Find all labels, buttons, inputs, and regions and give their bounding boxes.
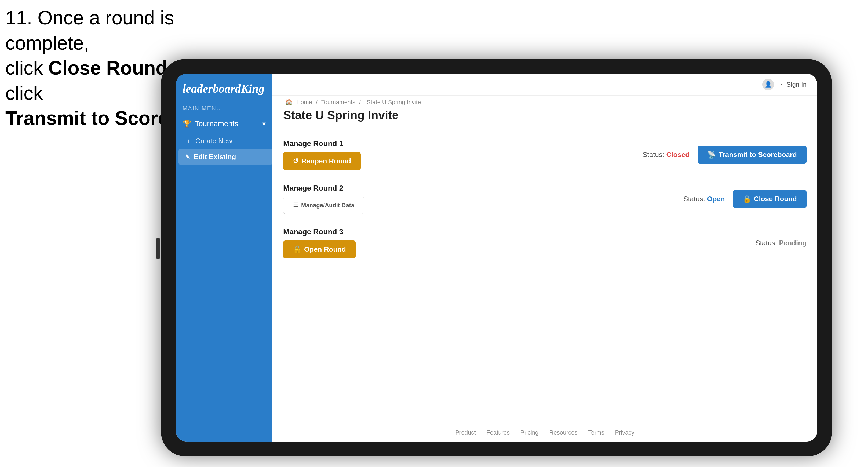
footer-product[interactable]: Product <box>455 429 475 436</box>
trophy-icon: 🏆 <box>183 120 191 128</box>
breadcrumb-current: State U Spring Invite <box>367 99 421 105</box>
home-icon: 🏠 <box>285 99 292 105</box>
top-nav: 👤 → Sign In <box>272 74 817 96</box>
create-new-label: Create New <box>195 137 232 145</box>
tablet-screen: leaderboardKing MAIN MENU 🏆 Tournaments <box>176 74 817 441</box>
breadcrumb-tournaments[interactable]: Tournaments <box>321 99 355 105</box>
round-2-left: Manage Round 2 ☰ Manage/Audit Data <box>283 184 364 214</box>
breadcrumb-home[interactable]: Home <box>296 99 312 105</box>
footer-terms[interactable]: Terms <box>588 429 604 436</box>
logo-text-king: King <box>241 82 265 95</box>
round-2-status-label: Status: Open <box>683 195 725 203</box>
round-3-section: Manage Round 3 🔓 Open Round Status: Pend… <box>283 221 807 266</box>
footer-features[interactable]: Features <box>486 429 510 436</box>
round-1-right: Status: Closed 📡 Transmit to Scoreboard <box>643 146 807 164</box>
transmit-label: Transmit to Scoreboard <box>718 151 797 159</box>
transmit-icon: 📡 <box>707 151 716 159</box>
sidebar-menu: 🏆 Tournaments ＋ Create New ✎ Edit Existi… <box>176 115 272 441</box>
sidebar-sub-items: ＋ Create New ✎ Edit Existing <box>176 133 272 165</box>
sidebar: leaderboardKing MAIN MENU 🏆 Tournaments <box>176 74 272 441</box>
refresh-icon: ↺ <box>293 157 299 165</box>
plus-icon: ＋ <box>185 136 192 145</box>
open-round-button[interactable]: 🔓 Open Round <box>283 241 355 258</box>
round-1-title: Manage Round 1 <box>283 139 361 148</box>
round-2-right: Status: Open 🔒 Close Round <box>683 190 807 208</box>
footer-links: Product Features Pricing Resources Terms… <box>272 424 817 441</box>
round-1-status-label: Status: Closed <box>643 151 689 159</box>
round-2-title: Manage Round 2 <box>283 184 364 192</box>
main-menu-label: MAIN MENU <box>176 101 272 115</box>
round-3-right: Status: Pending <box>755 239 807 247</box>
document-icon: ☰ <box>293 202 299 209</box>
user-avatar-icon: 👤 <box>765 81 772 88</box>
round-1-section: Manage Round 1 ↺ Reopen Round Status: Cl… <box>283 132 807 177</box>
sign-in-label: Sign In <box>786 81 807 88</box>
lock-icon: 🔒 <box>743 195 751 203</box>
footer-privacy[interactable]: Privacy <box>615 429 634 436</box>
edit-icon: ✎ <box>185 154 190 160</box>
instruction-bold1: Close Round <box>48 57 167 79</box>
tournaments-left: 🏆 Tournaments <box>183 119 238 128</box>
tablet-frame: leaderboardKing MAIN MENU 🏆 Tournaments <box>161 59 832 456</box>
main-content: 👤 → Sign In 🏠 Home / Tournaments / State… <box>272 74 817 441</box>
round-1-left: Manage Round 1 ↺ Reopen Round <box>283 139 361 170</box>
breadcrumb-sep2: / <box>359 99 361 105</box>
instruction-line1: 11. Once a round is complete, <box>5 7 174 54</box>
tournaments-label: Tournaments <box>195 119 238 128</box>
round-1-status-value: Closed <box>666 151 689 159</box>
reopen-round-button[interactable]: ↺ Reopen Round <box>283 152 361 170</box>
round-3-status-value: Pending <box>779 239 807 247</box>
sidebar-create-new[interactable]: ＋ Create New <box>179 133 272 149</box>
sign-in-arrow-icon: → <box>777 81 783 88</box>
manage-audit-data-button[interactable]: ☰ Manage/Audit Data <box>283 197 364 214</box>
instruction-line2: click <box>5 57 48 79</box>
reopen-round-label: Reopen Round <box>302 157 351 165</box>
round-2-status-value: Open <box>707 195 725 203</box>
sign-in-area[interactable]: 👤 → Sign In <box>762 79 807 90</box>
app-container: leaderboardKing MAIN MENU 🏆 Tournaments <box>176 74 817 441</box>
sidebar-item-tournaments[interactable]: 🏆 Tournaments <box>176 115 272 133</box>
close-round-label: Close Round <box>754 195 797 203</box>
sidebar-edit-existing[interactable]: ✎ Edit Existing <box>179 149 272 165</box>
breadcrumb-sep1: / <box>316 99 317 105</box>
content-area: Manage Round 1 ↺ Reopen Round Status: Cl… <box>272 127 817 424</box>
manage-audit-label: Manage/Audit Data <box>301 202 354 209</box>
tablet-side-button <box>156 238 160 259</box>
footer-resources[interactable]: Resources <box>549 429 577 436</box>
logo-area: leaderboardKing <box>176 74 272 101</box>
round-3-left: Manage Round 3 🔓 Open Round <box>283 227 355 258</box>
page-title: State U Spring Invite <box>283 108 807 122</box>
app-logo: leaderboardKing <box>183 82 266 96</box>
round-3-title: Manage Round 3 <box>283 227 355 236</box>
user-icon: 👤 <box>762 79 774 90</box>
transmit-to-scoreboard-button[interactable]: 📡 Transmit to Scoreboard <box>698 146 807 164</box>
edit-existing-label: Edit Existing <box>194 153 236 161</box>
round-3-status-label: Status: Pending <box>755 239 807 247</box>
chevron-down-icon <box>262 119 266 128</box>
breadcrumb: 🏠 Home / Tournaments / State U Spring In… <box>272 96 817 106</box>
footer-pricing[interactable]: Pricing <box>520 429 538 436</box>
close-round-button[interactable]: 🔒 Close Round <box>733 190 807 208</box>
logo-text-leaderboard: leaderboard <box>183 82 241 95</box>
open-icon: 🔓 <box>293 245 302 254</box>
open-round-label: Open Round <box>304 245 346 254</box>
round-2-section: Manage Round 2 ☰ Manage/Audit Data Statu… <box>283 177 807 221</box>
page-header: State U Spring Invite <box>272 106 817 127</box>
